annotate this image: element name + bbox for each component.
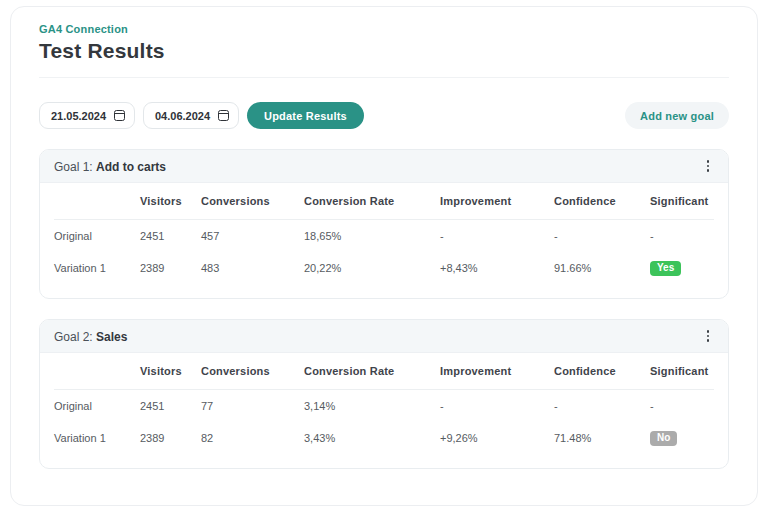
row-label: Variation 1: [54, 432, 140, 444]
cell-confidence: 71.48%: [554, 432, 650, 444]
cell-conversion-rate: 18,65%: [304, 230, 440, 242]
breadcrumb[interactable]: GA4 Connection: [39, 23, 729, 35]
col-header-improvement: Improvement: [440, 365, 554, 377]
cell-confidence: -: [554, 400, 650, 412]
cell-significant: No: [650, 431, 714, 446]
col-header-visitors: Visitors: [140, 365, 201, 377]
kebab-menu-icon[interactable]: [702, 326, 715, 346]
table-header-row: Visitors Conversions Conversion Rate Imp…: [54, 183, 714, 220]
page-card: GA4 Connection Test Results 21.05.2024 0…: [10, 6, 758, 506]
col-header-confidence: Confidence: [554, 195, 650, 207]
goal-1-label-prefix: Goal 1:: [54, 160, 96, 174]
cell-visitors: 2451: [140, 230, 201, 242]
row-label: Variation 1: [54, 262, 140, 274]
col-header-significant: Significant: [650, 195, 714, 207]
goal-card-2: Goal 2: Sales Visitors Conversions Conve…: [39, 319, 729, 469]
cell-improvement: -: [440, 400, 554, 412]
row-label: Original: [54, 230, 140, 242]
cell-significant: -: [650, 400, 714, 412]
cell-significant: -: [650, 230, 714, 242]
cell-improvement: +9,26%: [440, 432, 554, 444]
goal-2-header: Goal 2: Sales: [40, 320, 728, 353]
goal-1-title: Goal 1: Add to carts: [54, 157, 166, 175]
col-header-conversions: Conversions: [201, 195, 304, 207]
goal-2-label-prefix: Goal 2:: [54, 330, 96, 344]
cell-conversions: 82: [201, 432, 304, 444]
table-row: Original 2451 457 18,65% - - -: [54, 220, 714, 252]
cell-improvement: +8,43%: [440, 262, 554, 274]
col-header-conversions: Conversions: [201, 365, 304, 377]
cell-visitors: 2389: [140, 262, 201, 274]
header-divider: [39, 77, 729, 78]
table-header-row: Visitors Conversions Conversion Rate Imp…: [54, 353, 714, 390]
date-to-input[interactable]: 04.06.2024: [143, 102, 239, 129]
kebab-menu-icon[interactable]: [702, 156, 715, 176]
row-label: Original: [54, 400, 140, 412]
significant-badge: Yes: [650, 261, 681, 276]
cell-visitors: 2389: [140, 432, 201, 444]
calendar-icon[interactable]: [218, 110, 229, 121]
table-row: Variation 1 2389 483 20,22% +8,43% 91.66…: [54, 252, 714, 284]
cell-significant: Yes: [650, 261, 714, 276]
significant-badge: No: [650, 431, 677, 446]
col-header-improvement: Improvement: [440, 195, 554, 207]
table-row: Variation 1 2389 82 3,43% +9,26% 71.48% …: [54, 422, 714, 454]
cell-conversion-rate: 20,22%: [304, 262, 440, 274]
col-header-significant: Significant: [650, 365, 714, 377]
update-results-button[interactable]: Update Results: [247, 102, 364, 129]
goal-1-header: Goal 1: Add to carts: [40, 150, 728, 183]
goal-2-name: Sales: [96, 330, 127, 344]
col-header-conversion-rate: Conversion Rate: [304, 365, 440, 377]
cell-confidence: -: [554, 230, 650, 242]
cell-conversions: 457: [201, 230, 304, 242]
goal-1-table: Visitors Conversions Conversion Rate Imp…: [40, 183, 728, 298]
goal-2-table: Visitors Conversions Conversion Rate Imp…: [40, 353, 728, 468]
table-row: Original 2451 77 3,14% - - -: [54, 390, 714, 422]
cell-conversions: 77: [201, 400, 304, 412]
goal-2-title: Goal 2: Sales: [54, 327, 127, 345]
cell-improvement: -: [440, 230, 554, 242]
col-header-visitors: Visitors: [140, 195, 201, 207]
date-from-value: 21.05.2024: [51, 110, 106, 122]
date-to-value: 04.06.2024: [155, 110, 210, 122]
goal-card-1: Goal 1: Add to carts Visitors Conversion…: [39, 149, 729, 299]
page-title: Test Results: [39, 39, 729, 63]
calendar-icon[interactable]: [114, 110, 125, 121]
cell-conversion-rate: 3,14%: [304, 400, 440, 412]
cell-conversion-rate: 3,43%: [304, 432, 440, 444]
date-from-input[interactable]: 21.05.2024: [39, 102, 135, 129]
controls-bar: 21.05.2024 04.06.2024 Update Results Add…: [39, 102, 729, 129]
add-new-goal-button[interactable]: Add new goal: [625, 102, 729, 129]
cell-confidence: 91.66%: [554, 262, 650, 274]
col-header-confidence: Confidence: [554, 365, 650, 377]
goal-1-name: Add to carts: [96, 160, 166, 174]
cell-conversions: 483: [201, 262, 304, 274]
cell-visitors: 2451: [140, 400, 201, 412]
col-header-conversion-rate: Conversion Rate: [304, 195, 440, 207]
